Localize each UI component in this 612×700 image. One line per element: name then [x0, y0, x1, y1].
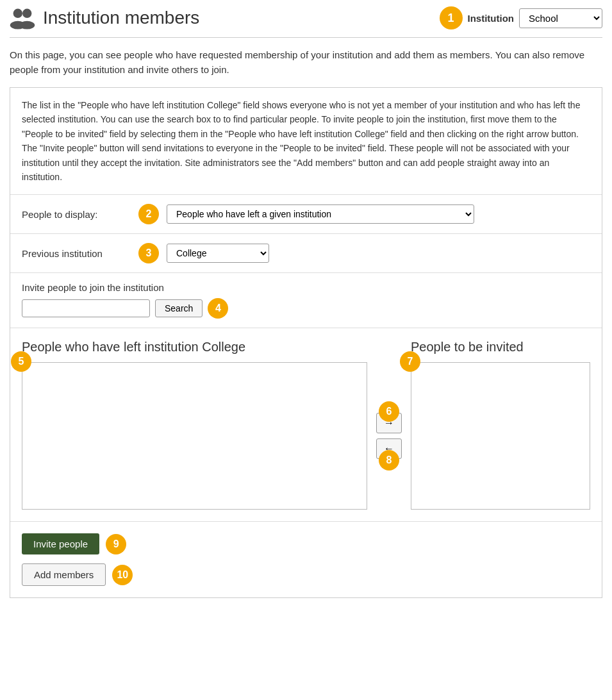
badge-9: 9: [106, 534, 126, 554]
svg-point-0: [13, 9, 22, 18]
badge-8: 8: [379, 450, 399, 471]
svg-point-3: [19, 21, 35, 29]
badge-2: 2: [138, 204, 159, 224]
badge-10: 10: [112, 565, 133, 585]
institution-select[interactable]: School: [519, 8, 602, 28]
content-box: The list in the "People who have left in…: [10, 87, 602, 598]
header-right: 1 Institution School: [440, 6, 602, 29]
arrow-column: 6 → ← 8: [367, 413, 411, 459]
add-btn-row: Add members 10: [22, 563, 590, 586]
left-list-box: 5: [22, 362, 367, 510]
people-icon: [10, 6, 35, 29]
transfer-body: 5 6 → ← 8 7: [22, 362, 590, 510]
header-left: Institution members: [10, 6, 199, 29]
badge-3: 3: [138, 243, 159, 263]
badge-4: 4: [208, 298, 228, 319]
buttons-row: Invite people 9 Add members 10: [10, 522, 602, 597]
previous-institution-label: Previous institution: [22, 248, 131, 259]
left-list-title: People who have left institution College: [22, 340, 411, 354]
badge-7: 7: [400, 351, 420, 372]
search-input[interactable]: [22, 299, 150, 317]
right-list-box: 7: [411, 362, 590, 510]
transfer-section: People who have left institution College…: [10, 328, 602, 522]
right-list-title: People to be invited: [411, 340, 590, 354]
people-to-display-select[interactable]: People who have left a given institution…: [167, 204, 474, 224]
badge-1: 1: [440, 6, 463, 29]
badge-5: 5: [11, 351, 31, 372]
people-to-display-label: People to display:: [22, 209, 131, 220]
badge-6: 6: [379, 401, 399, 422]
search-button[interactable]: Search: [155, 299, 203, 317]
add-members-button[interactable]: Add members: [22, 563, 106, 586]
previous-institution-select[interactable]: College School University: [167, 244, 269, 263]
page-title: Institution members: [43, 8, 199, 28]
search-row: Invite people to join the institution Se…: [10, 273, 602, 328]
page-description: On this page, you can see people who hav…: [10, 48, 602, 77]
invite-btn-row: Invite people 9: [22, 533, 590, 554]
svg-point-1: [22, 9, 31, 18]
previous-institution-row: Previous institution 3 College School Un…: [10, 234, 602, 273]
institution-label: Institution: [468, 13, 514, 24]
invite-label: Invite people to join the institution: [22, 282, 590, 293]
search-controls: Search 4: [22, 298, 590, 319]
page-header: Institution members 1 Institution School: [10, 6, 602, 38]
people-to-display-row: People to display: 2 People who have lef…: [10, 195, 602, 234]
transfer-titles: People who have left institution College…: [22, 340, 590, 354]
invite-people-button[interactable]: Invite people: [22, 533, 99, 554]
info-text: The list in the "People who have left in…: [10, 88, 602, 195]
